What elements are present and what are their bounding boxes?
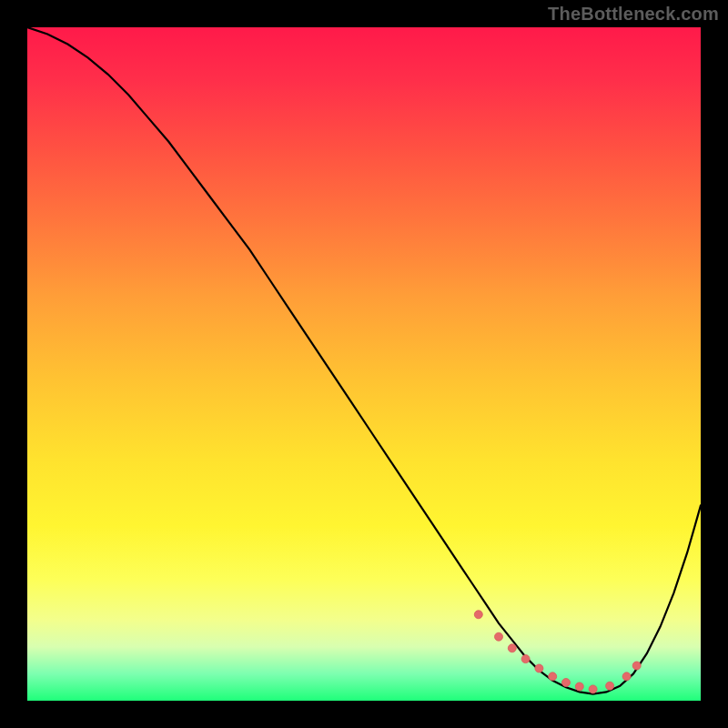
marker-dot <box>495 632 503 641</box>
marker-dot <box>508 644 516 652</box>
marker-dot <box>549 672 557 681</box>
marker-dot <box>632 662 641 670</box>
marker-dot <box>521 655 530 663</box>
bottleneck-curve <box>27 27 701 694</box>
marker-dot <box>589 685 597 693</box>
chart-area <box>27 27 701 701</box>
marker-dot <box>606 682 614 690</box>
marker-dot <box>474 611 482 619</box>
watermark: TheBottleneck.com <box>548 4 719 25</box>
marker-dot <box>562 679 571 687</box>
curve-layer <box>27 27 701 701</box>
marker-dot <box>535 664 543 672</box>
marker-dot <box>575 682 583 691</box>
marker-dot <box>622 672 631 681</box>
